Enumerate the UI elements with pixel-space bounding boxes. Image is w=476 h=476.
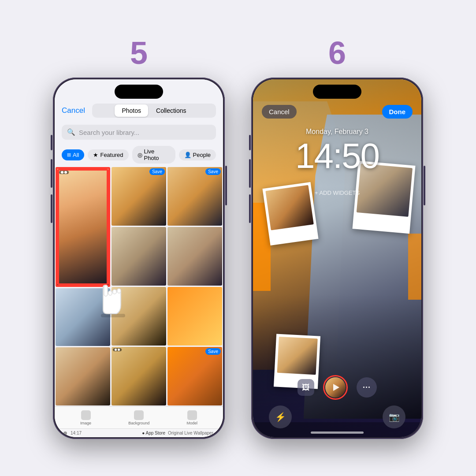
- appstore-title: ● App Store: [142, 431, 165, 435]
- volume-down-button-6[interactable]: [249, 194, 251, 223]
- search-icon: 🔍: [67, 128, 75, 136]
- main-container: 5 Cancel Photos Collections: [0, 0, 476, 476]
- badge-dot: [61, 171, 63, 174]
- toolbar-model[interactable]: Model: [186, 410, 197, 425]
- filter-live-label: Live Photo: [144, 148, 170, 161]
- photo-cell-2a[interactable]: Save: [112, 167, 166, 226]
- dynamic-island-5: [115, 85, 163, 99]
- photo-cell-3c[interactable]: [167, 287, 222, 346]
- lockscreen: Cancel Done Monday, February 3 14:50 + A…: [253, 79, 421, 437]
- appstore-app: Original Live Wallpaper: [168, 431, 213, 435]
- picker-tabs: Photos Collections: [92, 104, 216, 118]
- photo-picker-icon[interactable]: 🖼: [298, 379, 314, 396]
- lockscreen-date: Monday, February 3: [253, 128, 421, 136]
- save-badge-2: Save: [205, 168, 221, 175]
- mute-button-6[interactable]: [249, 135, 251, 150]
- filter-live-photo[interactable]: ◎ Live Photo: [132, 146, 175, 164]
- thumb-preview-1[interactable]: [325, 377, 346, 398]
- lockscreen-done-button[interactable]: Done: [382, 105, 413, 119]
- svg-rect-1: [108, 291, 112, 295]
- photo-cell-3d[interactable]: Save: [167, 347, 222, 405]
- camera-icon: 📷: [389, 412, 400, 422]
- image-icon: [81, 410, 91, 420]
- bg-icon: [134, 410, 144, 420]
- camera-button[interactable]: 📷: [383, 405, 405, 428]
- step-5: 5 Cancel Photos Collections: [53, 37, 225, 439]
- volume-up-button[interactable]: [51, 159, 52, 188]
- picker-cancel-button[interactable]: Cancel: [62, 106, 85, 115]
- cell-badge: [59, 171, 69, 174]
- photo-cell-selected[interactable]: [56, 167, 110, 287]
- filter-people-label: People: [193, 152, 211, 158]
- photo-cell-3b[interactable]: [167, 227, 222, 286]
- svg-rect-3: [117, 289, 121, 293]
- filter-featured[interactable]: ★ Featured: [88, 149, 128, 160]
- flashlight-icon: ⚡: [275, 412, 286, 422]
- phone-5: Cancel Photos Collections 🔍 Search your …: [53, 78, 225, 439]
- photo-cell-3a[interactable]: Save: [167, 167, 222, 226]
- thumb-container-highlighted: [323, 375, 348, 400]
- more-dots: ···: [357, 377, 377, 398]
- filter-people[interactable]: 👤 People: [179, 149, 216, 160]
- photo-picker-screen: Cancel Photos Collections 🔍 Search your …: [55, 79, 223, 437]
- hand-icon: [94, 270, 138, 323]
- play-icon: [333, 384, 339, 391]
- photo-icon-symbol: 🖼: [302, 383, 310, 392]
- step-5-number: 5: [130, 37, 148, 69]
- step-6: 6: [251, 37, 423, 439]
- tab-collections[interactable]: Collections: [149, 104, 193, 117]
- filter-all-label: All: [73, 152, 79, 158]
- home-indicator: [311, 431, 364, 434]
- flashlight-button[interactable]: ⚡: [269, 405, 292, 428]
- thumb-more-btn[interactable]: ···: [357, 377, 377, 398]
- volume-up-button-6[interactable]: [249, 159, 251, 188]
- lockscreen-thumb-row: 🖼: [253, 375, 421, 400]
- model-icon: [187, 410, 197, 420]
- photo-cell-1c[interactable]: [56, 347, 110, 405]
- search-placeholder: Search your library...: [79, 129, 139, 136]
- lockscreen-bottom-controls: ⚡ 📷: [253, 405, 421, 428]
- tab-photos[interactable]: Photos: [115, 104, 148, 117]
- selected-indicator: [57, 169, 108, 285]
- svg-rect-4: [101, 314, 125, 317]
- lockscreen-cancel-button[interactable]: Cancel: [262, 105, 297, 119]
- thumb-highlighted-ring: [323, 375, 348, 400]
- power-button[interactable]: [225, 166, 227, 205]
- phone-5-screen: Cancel Photos Collections 🔍 Search your …: [55, 79, 223, 437]
- add-widgets-label[interactable]: + ADD WIDGETS: [253, 190, 421, 196]
- volume-down-button[interactable]: [51, 194, 52, 223]
- power-button-6[interactable]: [424, 166, 425, 205]
- photo-grid-wrapper: Save: [55, 166, 223, 406]
- polaroid-3-image: [277, 337, 318, 375]
- svg-rect-2: [113, 290, 116, 294]
- save-badge-3: Save: [205, 348, 221, 355]
- filter-row: ⊞ All ★ Featured ◎ Live Photo 👤: [55, 143, 223, 166]
- dynamic-island-6: [313, 85, 361, 99]
- phone-6: Cancel Done Monday, February 3 14:50 + A…: [251, 78, 423, 439]
- badge-dot-2: [64, 171, 67, 174]
- lockscreen-time: 14:50: [253, 136, 421, 176]
- save-badge-1: Save: [149, 168, 165, 175]
- step-6-number: 6: [328, 37, 346, 69]
- bg-label: Background: [128, 421, 149, 425]
- grid-icon: ⊞: [67, 152, 71, 158]
- toolbar-image[interactable]: Image: [80, 410, 91, 425]
- svg-rect-0: [104, 285, 108, 296]
- live-photo-icon: ◎: [138, 152, 142, 158]
- people-icon: 👤: [184, 152, 191, 158]
- filter-featured-label: Featured: [100, 152, 123, 158]
- mute-button[interactable]: [51, 135, 52, 150]
- image-label: Image: [80, 421, 91, 425]
- phone-6-screen: Cancel Done Monday, February 3 14:50 + A…: [253, 79, 421, 437]
- search-bar[interactable]: 🔍 Search your library...: [62, 125, 216, 140]
- photo-cell-2d[interactable]: [112, 347, 166, 405]
- model-label: Model: [186, 421, 197, 425]
- toolbar-background[interactable]: Background: [128, 410, 149, 425]
- cursor-hand: [94, 270, 138, 323]
- appstore-time: 14:17: [71, 431, 82, 435]
- filter-all[interactable]: ⊞ All: [62, 149, 84, 160]
- star-icon: ★: [93, 152, 98, 158]
